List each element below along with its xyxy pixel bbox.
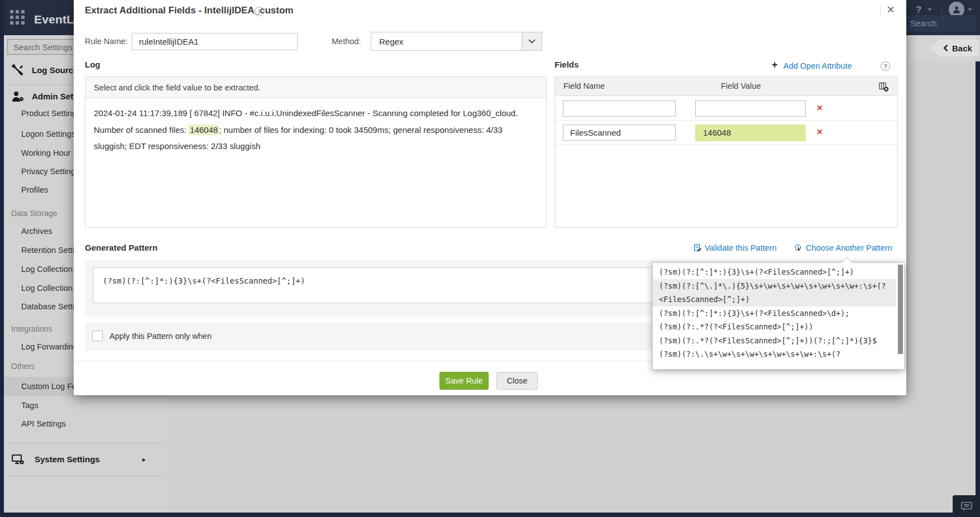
generated-pattern-title: Generated Pattern bbox=[85, 243, 157, 252]
column-picker-icon[interactable] bbox=[878, 81, 889, 92]
pattern-picker-icon bbox=[795, 244, 802, 252]
pattern-option[interactable]: (?sm)(?:[^:]*:){3}\s+(?<FilesScanned>[^;… bbox=[653, 265, 896, 279]
rule-name-input[interactable] bbox=[132, 33, 298, 50]
fields-table-header: Field Name Field Value bbox=[555, 77, 897, 96]
pattern-option[interactable]: (?sm)(?:\.\s+\w+\s+\w+\s+\w+\s+\w+:\s+(? bbox=[653, 347, 896, 361]
column-field-value: Field Value bbox=[721, 82, 761, 90]
field-row: 146048 ✕ bbox=[555, 121, 897, 145]
dropdown-scrollbar-thumb[interactable] bbox=[898, 265, 903, 354]
column-field-name: Field Name bbox=[563, 82, 605, 90]
method-select[interactable]: Regex bbox=[371, 32, 542, 51]
fields-help-icon[interactable]: ? bbox=[881, 61, 890, 71]
log-instruction: Select and click the field value to be e… bbox=[85, 77, 546, 98]
add-open-attribute-link[interactable]: Add Open Attribute bbox=[783, 61, 852, 70]
save-rule-button[interactable]: Save Rule bbox=[439, 372, 489, 390]
modal-close-icon[interactable]: × bbox=[883, 1, 898, 18]
pattern-option[interactable]: (?sm)(?:.*?(?<FilesScanned>[^;]+))(?:;[^… bbox=[653, 334, 896, 348]
field-value-input[interactable] bbox=[695, 100, 806, 117]
field-name-input[interactable] bbox=[563, 100, 676, 117]
field-row: ✕ bbox=[555, 96, 897, 121]
field-name-input[interactable] bbox=[563, 125, 676, 141]
field-value-highlighted[interactable]: 146048 bbox=[695, 125, 806, 141]
modal-title-separator bbox=[880, 4, 881, 16]
delete-row-icon[interactable]: ✕ bbox=[816, 103, 823, 112]
log-sample-box: Select and click the field value to be e… bbox=[85, 76, 547, 228]
pattern-option[interactable]: (?sm)(?:[^:]*:){3}\s+(?<FilesScanned>\d+… bbox=[653, 307, 896, 320]
pattern-option-hovered[interactable]: (?sm)(?:[^\.]*\.){5}\s+\w+\s+\w+\s+\w+\s… bbox=[653, 279, 896, 307]
modal-help-icon[interactable]: ? bbox=[255, 7, 264, 16]
validate-icon bbox=[694, 243, 701, 252]
log-highlighted-value[interactable]: 146048 bbox=[189, 125, 219, 135]
apply-pattern-checkbox[interactable] bbox=[92, 331, 103, 341]
chevron-down-icon[interactable] bbox=[522, 32, 542, 50]
pattern-suggestions-dropdown: (?sm)(?:[^:]*:){3}\s+(?<FilesScanned>[^;… bbox=[652, 262, 905, 370]
delete-row-icon[interactable]: ✕ bbox=[816, 127, 823, 136]
plus-icon[interactable]: + bbox=[772, 59, 778, 71]
close-button[interactable]: Close bbox=[496, 372, 538, 390]
method-selected-value: Regex bbox=[379, 37, 403, 46]
pattern-option[interactable]: (?sm)(?:.*?(?<FilesScanned>[^;]+)) bbox=[653, 320, 896, 334]
log-section-title: Log bbox=[85, 60, 101, 69]
apply-pattern-label: Apply this Pattern only when bbox=[109, 332, 212, 341]
rule-name-label: Rule Name: bbox=[85, 37, 128, 46]
fields-table: Field Name Field Value ✕ 146048 ✕ bbox=[554, 76, 898, 228]
fields-section-title: Fields bbox=[554, 60, 579, 69]
choose-another-pattern-link[interactable]: Choose Another Pattern bbox=[795, 243, 892, 252]
log-sample-text: 2024-01-24 11:17:39,189 [ 67842] INFO - … bbox=[85, 98, 546, 161]
validate-pattern-link[interactable]: Validate this Pattern bbox=[694, 243, 777, 252]
method-label: Method: bbox=[332, 37, 361, 46]
